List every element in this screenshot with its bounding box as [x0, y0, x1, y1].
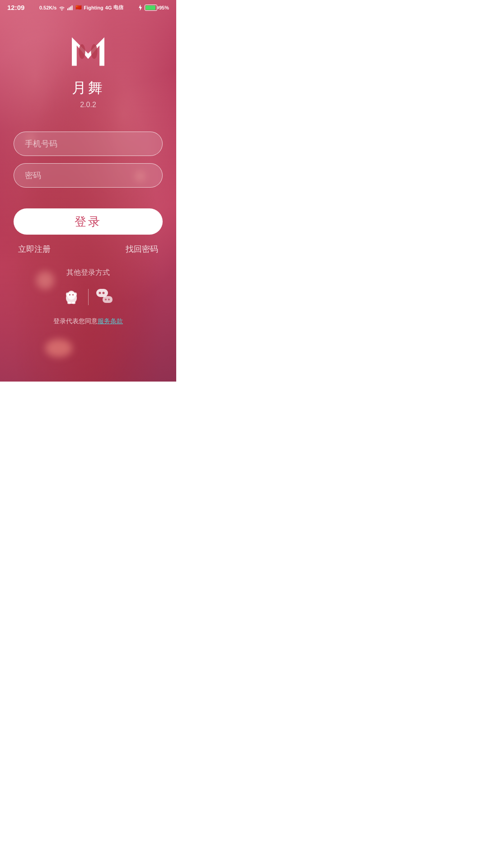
network-type: 4G [105, 5, 112, 10]
social-icons-container [60, 286, 117, 308]
register-link[interactable]: 立即注册 [18, 244, 51, 255]
svg-rect-3 [72, 5, 73, 10]
svg-point-13 [72, 302, 75, 304]
terms-link[interactable]: 服务条款 [98, 317, 123, 326]
flag-icon: 🇨🇳 [75, 5, 82, 10]
status-center: 0.52K/s 🇨🇳 Fighting 4G 电信 [39, 4, 124, 11]
network-speed: 0.52K/s [39, 5, 57, 10]
svg-rect-0 [67, 8, 68, 10]
svg-rect-14 [96, 289, 108, 297]
carrier-name: 电信 [113, 4, 123, 11]
qq-icon [61, 287, 81, 307]
svg-point-5 [91, 44, 97, 59]
svg-point-19 [108, 299, 110, 301]
fighting-text: Fighting [84, 5, 103, 10]
status-time: 12:09 [7, 4, 24, 11]
main-content: 月舞 2.0.2 登录 立即注册 找回密码 其他登录方式 [0, 13, 176, 326]
charging-icon [138, 5, 143, 11]
battery-fill [145, 5, 155, 10]
svg-point-10 [69, 294, 70, 296]
logo-container [68, 31, 108, 74]
wifi-icon [58, 5, 66, 10]
terms-row: 登录代表您同意 服务条款 [53, 317, 123, 326]
svg-point-7 [67, 291, 75, 300]
battery-percent: 95% [159, 5, 169, 10]
bokeh-3 [45, 339, 72, 357]
signal-icon [67, 5, 74, 10]
other-login-label: 其他登录方式 [66, 268, 110, 278]
svg-point-18 [105, 299, 107, 301]
svg-point-4 [79, 44, 85, 59]
svg-point-12 [67, 302, 71, 304]
app-logo [68, 31, 108, 72]
terms-prefix: 登录代表您同意 [53, 317, 98, 326]
wechat-login-button[interactable] [94, 286, 117, 308]
svg-rect-1 [69, 7, 70, 10]
battery-icon [145, 5, 157, 11]
app-version: 2.0.2 [80, 101, 96, 109]
password-input[interactable] [14, 163, 163, 188]
svg-point-8 [66, 292, 69, 296]
svg-rect-2 [70, 6, 71, 10]
status-bar: 12:09 0.52K/s 🇨🇳 Fighting 4G 电信 [0, 0, 176, 13]
social-divider [88, 289, 89, 305]
qq-login-button[interactable] [60, 286, 83, 308]
status-right: 95% [138, 5, 169, 11]
svg-point-16 [102, 292, 104, 294]
svg-point-9 [74, 292, 77, 296]
link-row: 立即注册 找回密码 [14, 244, 163, 255]
phone-input[interactable] [14, 132, 163, 156]
svg-rect-17 [103, 296, 113, 303]
wechat-icon [94, 287, 116, 307]
forgot-password-link[interactable]: 找回密码 [126, 244, 158, 255]
screen: 12:09 0.52K/s 🇨🇳 Fighting 4G 电信 [0, 0, 176, 382]
svg-point-15 [99, 292, 101, 294]
svg-point-11 [72, 294, 74, 296]
app-name: 月舞 [72, 78, 104, 98]
login-button[interactable]: 登录 [14, 208, 163, 235]
